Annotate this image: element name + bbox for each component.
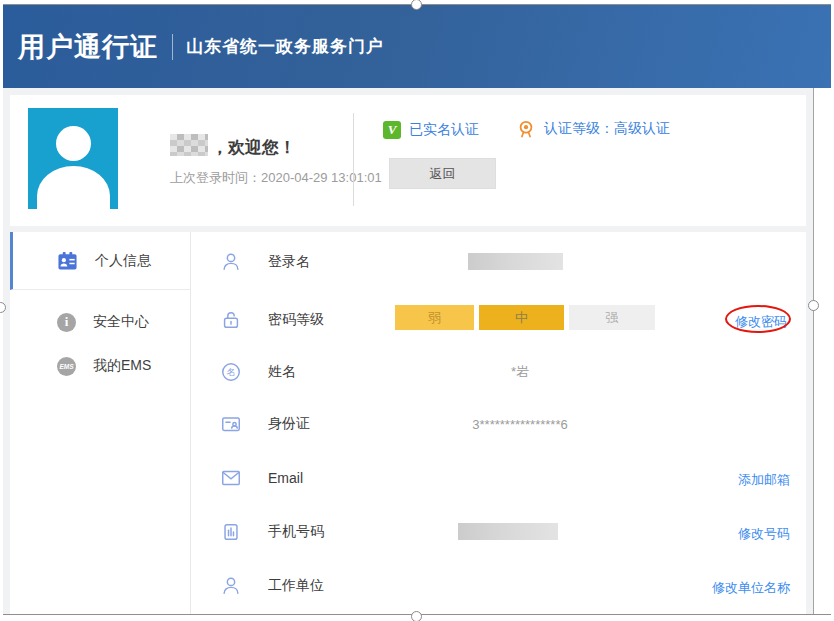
row-label: 身份证 xyxy=(268,415,310,433)
header-divider xyxy=(172,34,173,60)
username-redacted xyxy=(170,134,208,156)
row-label: Email xyxy=(268,470,303,486)
name-value: *岩 xyxy=(390,363,650,381)
briefcase-user-icon xyxy=(220,575,242,597)
selection-handle-right[interactable] xyxy=(808,300,819,311)
user-icon xyxy=(220,251,242,273)
auth-level-badge: 认证等级：高级认证 xyxy=(516,119,670,139)
phone-icon xyxy=(220,521,242,543)
strength-bar-medium: 中 xyxy=(479,305,564,330)
auth-level-label: 认证等级：高级认证 xyxy=(544,120,670,138)
row-label: 密码等级 xyxy=(268,311,324,329)
medal-icon xyxy=(516,119,536,139)
page-right-gutter xyxy=(813,88,831,614)
strength-bar-strong: 强 xyxy=(569,305,655,330)
svg-text:名: 名 xyxy=(226,367,235,377)
sidebar-item-label: 个人信息 xyxy=(95,252,151,270)
info-icon: i xyxy=(57,313,76,332)
avatar xyxy=(28,108,118,209)
selection-handle-bottom[interactable] xyxy=(411,611,422,621)
profile-row-email: Email xyxy=(190,465,806,491)
row-label: 工作单位 xyxy=(268,577,324,595)
verified-label: 已实名认证 xyxy=(409,121,479,139)
row-label: 登录名 xyxy=(268,253,310,271)
phone-number-redacted xyxy=(458,523,558,540)
last-login-text: 上次登录时间：2020-04-29 13:01:01 xyxy=(170,169,382,187)
profile-row-password-level: 密码等级 弱 中 强 xyxy=(190,307,806,333)
strength-bar-weak: 弱 xyxy=(395,305,474,330)
profile-row-login-name: 登录名 xyxy=(190,249,806,275)
profile-row-id-card: 身份证 3****************6 xyxy=(190,411,806,437)
app-header: 用户通行证 山东省统一政务服务门户 xyxy=(3,5,831,88)
name-icon: 名 xyxy=(220,361,242,383)
row-label: 手机号码 xyxy=(268,523,324,541)
greeting-text: ，欢迎您！ xyxy=(211,136,296,159)
login-name-redacted xyxy=(468,253,563,270)
verified-v-icon: V xyxy=(383,121,401,139)
sidebar-item-personal-info[interactable]: 个人信息 xyxy=(10,232,190,290)
add-email-link[interactable]: 添加邮箱 xyxy=(738,471,790,489)
row-label: 姓名 xyxy=(268,363,296,381)
change-work-unit-link[interactable]: 修改单位名称 xyxy=(712,579,790,597)
welcome-divider xyxy=(353,113,354,206)
profile-row-phone: 手机号码 xyxy=(190,519,806,545)
sidebar-item-security-center[interactable]: i 安全中心 xyxy=(10,300,190,344)
id-card-value: 3****************6 xyxy=(390,417,650,432)
change-phone-link[interactable]: 修改号码 xyxy=(738,525,790,543)
lock-icon xyxy=(220,309,242,331)
back-button[interactable]: 返回 xyxy=(389,158,496,189)
password-strength-bars: 弱 中 强 xyxy=(395,305,655,330)
profile-row-name: 名 姓名 *岩 xyxy=(190,359,806,385)
change-password-link[interactable]: 修改密码 xyxy=(735,313,787,331)
ems-icon: EMS xyxy=(57,357,76,376)
app-subtitle: 山东省统一政务服务门户 xyxy=(186,35,384,58)
sidebar-item-label: 安全中心 xyxy=(93,313,149,331)
mail-icon xyxy=(220,467,242,489)
id-badge-icon xyxy=(57,251,78,271)
sidebar-item-my-ems[interactable]: EMS 我的EMS xyxy=(10,344,190,388)
realname-verified-badge: V 已实名认证 xyxy=(383,121,479,139)
sidebar: 个人信息 i 安全中心 EMS 我的EMS xyxy=(10,232,190,614)
id-card-icon xyxy=(220,413,242,435)
sidebar-item-label: 我的EMS xyxy=(93,357,151,375)
screenshot-canvas: 用户通行证 山东省统一政务服务门户 ，欢迎您！ 上次登录时间：2020-04-2… xyxy=(0,0,834,621)
app-title: 用户通行证 xyxy=(18,29,158,65)
